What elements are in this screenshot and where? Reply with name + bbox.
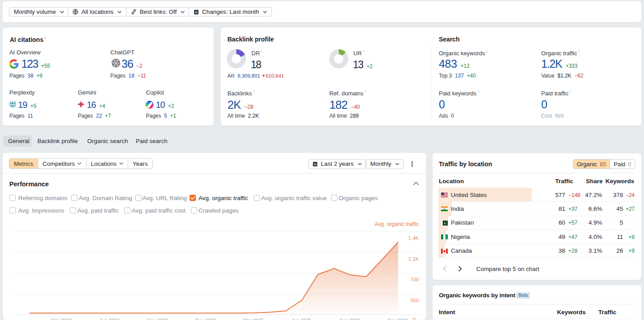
svg-text:Avg. organic traffic: Avg. organic traffic <box>375 221 419 227</box>
svg-text:0: 0 <box>413 317 416 320</box>
svg-text:Mar 2025: Mar 2025 <box>243 318 264 320</box>
svg-text:Dec 2024: Dec 2024 <box>195 318 216 320</box>
svg-text:Jun 2024: Jun 2024 <box>99 318 119 320</box>
svg-text:350: 350 <box>410 298 419 303</box>
svg-text:Jun 2025: Jun 2025 <box>292 318 312 320</box>
svg-text:1.1K: 1.1K <box>408 256 419 262</box>
svg-text:Mar 2024: Mar 2024 <box>51 318 72 320</box>
svg-text:1.4K: 1.4K <box>408 235 419 241</box>
svg-text:700: 700 <box>410 277 419 282</box>
svg-text:Dec 2025: Dec 2025 <box>387 318 408 320</box>
svg-text:Sep 2024: Sep 2024 <box>147 318 168 320</box>
svg-text:Sep 2025: Sep 2025 <box>339 318 360 320</box>
